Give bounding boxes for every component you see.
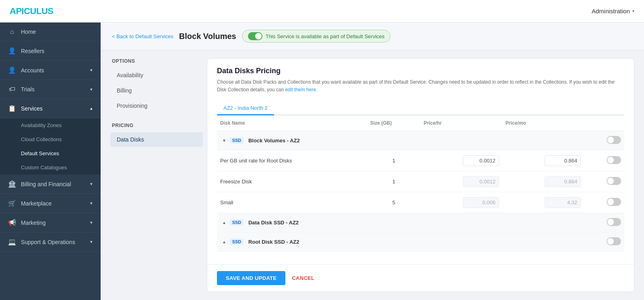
chevron-down-icon: ▾ xyxy=(90,68,93,73)
admin-menu[interactable]: Administration ▾ xyxy=(592,8,634,14)
sidebar-item-marketing[interactable]: 📢 Marketing ▾ xyxy=(0,213,101,232)
sidebar-item-home[interactable]: ⌂ Home xyxy=(0,23,101,41)
panel-item-availability[interactable]: Availability xyxy=(110,68,203,82)
sidebar-item-marketplace[interactable]: 🛒 Marketplace ▾ xyxy=(0,194,101,213)
sidebar-sub-availability-zones[interactable]: Availability Zones xyxy=(0,118,101,132)
sidebar-item-label: Services xyxy=(21,105,43,112)
sidebar-sub-cloud-collections[interactable]: Cloud Collections xyxy=(0,132,101,146)
badge-text: This Service is available as part of Def… xyxy=(266,33,385,39)
price-mo-input[interactable] xyxy=(545,155,581,166)
service-toggle[interactable] xyxy=(248,32,262,40)
row-toggle[interactable] xyxy=(607,198,621,206)
price-mo-cell xyxy=(502,192,584,213)
group-row-root-disk-ssd: ▲ SSD Root Disk SSD - AZ2 xyxy=(217,232,624,252)
sidebar-item-trials[interactable]: 🏷 Trials ▾ xyxy=(0,80,101,99)
main-card: Data Disks Pricing Choose all Data Disk … xyxy=(207,58,634,292)
collapse-icon[interactable]: ▼ xyxy=(220,137,228,145)
main-content: < Back to Default Services Block Volumes… xyxy=(101,23,644,300)
sidebar-item-label: Resellers xyxy=(21,48,44,54)
content-area: OPTIONS Availability Billing Provisionin… xyxy=(101,50,644,300)
sidebar-item-label: Billing and Financial xyxy=(21,181,71,187)
group-name: Block Volumes - AZ2 xyxy=(248,137,300,143)
marketplace-icon: 🛒 xyxy=(8,199,16,207)
price-mo-cell xyxy=(502,150,584,171)
group-row-block-volumes: ▼ SSD Block Volumes - AZ2 xyxy=(217,131,624,150)
services-icon: 📋 xyxy=(8,105,16,112)
cancel-button[interactable]: CANCEL xyxy=(292,275,314,281)
col-disk-name: Disk Name xyxy=(217,115,367,131)
disk-name-cell: Small xyxy=(217,192,367,213)
chevron-down-icon: ▾ xyxy=(90,87,93,92)
price-hr-input-disabled[interactable] xyxy=(463,176,499,187)
chevron-down-icon: ▾ xyxy=(90,201,93,206)
options-label: OPTIONS xyxy=(110,58,203,64)
chevron-up-icon: ▴ xyxy=(90,106,93,111)
panel-item-data-disks[interactable]: Data Disks xyxy=(110,132,203,147)
sidebar-item-support[interactable]: 💻 Support & Operations ▾ xyxy=(0,232,101,252)
col-price-mo: Price/mo xyxy=(502,115,584,131)
sidebar-item-label: Marketing xyxy=(21,220,45,226)
size-cell: 1 xyxy=(367,171,421,192)
sidebar-sub-custom-catalogues[interactable]: Custom Catalogues xyxy=(0,160,101,175)
collapse-icon[interactable]: ▲ xyxy=(220,238,228,246)
price-hr-cell xyxy=(421,192,502,213)
billing-icon: 🏦 xyxy=(8,180,16,188)
disk-table-wrap: Disk Name Size (GB) Price/hr Price/mo xyxy=(207,115,634,264)
sidebar-item-services[interactable]: 📋 Services ▴ xyxy=(0,99,101,118)
chevron-down-icon: ▾ xyxy=(90,239,93,245)
group-name: Data Disk SSD - AZ2 xyxy=(248,219,299,225)
marketing-icon: 📢 xyxy=(8,219,16,226)
row-toggle[interactable] xyxy=(607,177,621,185)
ssd-badge: SSD xyxy=(230,137,244,144)
sidebar-item-billing[interactable]: 🏦 Billing and Financial ▾ xyxy=(0,175,101,194)
resellers-icon: 👤 xyxy=(8,47,16,55)
card-description: Choose all Data Disk Packs and Collectio… xyxy=(217,78,624,94)
chevron-down-icon: ▾ xyxy=(90,220,93,225)
price-hr-cell xyxy=(421,150,502,171)
page-title: Block Volumes xyxy=(179,32,236,41)
sidebar-item-label: Support & Operations xyxy=(21,239,75,245)
group-name: Root Disk SSD - AZ2 xyxy=(248,238,299,245)
disk-table: Disk Name Size (GB) Price/hr Price/mo xyxy=(217,115,624,252)
col-price-hr: Price/hr xyxy=(421,115,502,131)
price-mo-input-disabled[interactable] xyxy=(545,197,581,208)
sidebar-item-label: Home xyxy=(21,29,36,35)
tab-az2-india-north[interactable]: AZ2 - India North 2 xyxy=(217,102,274,115)
sidebar-sub-default-services[interactable]: Default Services xyxy=(0,146,101,160)
sidebar-item-accounts[interactable]: 👤 Accounts ▾ xyxy=(0,61,101,80)
panel-item-provisioning[interactable]: Provisioning xyxy=(110,99,203,113)
tabs: AZ2 - India North 2 xyxy=(217,102,624,115)
support-icon: 💻 xyxy=(8,238,16,246)
options-section: OPTIONS Availability Billing Provisionin… xyxy=(110,58,203,113)
admin-label: Administration xyxy=(592,8,630,14)
chevron-down-icon: ▾ xyxy=(90,181,93,187)
row-toggle[interactable] xyxy=(607,156,621,164)
collapse-icon[interactable]: ▲ xyxy=(220,219,228,227)
disk-name-cell: Per GB unit rate for Root Disks xyxy=(217,150,367,171)
card-header: Data Disks Pricing Choose all Data Disk … xyxy=(207,59,634,98)
sidebar-item-label: Trials xyxy=(21,86,35,92)
edit-link[interactable]: edit them here. xyxy=(285,87,317,92)
trials-icon: 🏷 xyxy=(8,86,16,93)
group-toggle-block-volumes[interactable] xyxy=(607,136,621,144)
price-hr-input[interactable] xyxy=(463,155,499,166)
group-toggle-root-disk-ssd[interactable] xyxy=(607,237,621,245)
action-bar: SAVE AND UPDATE CANCEL xyxy=(207,264,634,292)
panel-item-billing[interactable]: Billing xyxy=(110,83,203,98)
back-link[interactable]: < Back to Default Services xyxy=(112,33,173,39)
save-update-button[interactable]: SAVE AND UPDATE xyxy=(217,271,285,285)
col-size-gb: Size (GB) xyxy=(367,115,421,131)
sidebar-item-label: Marketplace xyxy=(21,200,52,207)
accounts-icon: 👤 xyxy=(8,66,16,74)
sidebar-sub-services: Availability Zones Cloud Collections Def… xyxy=(0,118,101,175)
price-mo-input-disabled[interactable] xyxy=(545,176,581,187)
sidebar-item-resellers[interactable]: 👤 Resellers xyxy=(0,41,101,61)
group-toggle-data-disk-ssd[interactable] xyxy=(607,218,621,226)
app-header: APICULUS Administration ▾ xyxy=(0,0,644,23)
left-panel: OPTIONS Availability Billing Provisionin… xyxy=(110,58,203,292)
size-cell: 5 xyxy=(367,192,421,213)
price-hr-cell xyxy=(421,171,502,192)
price-hr-input-disabled[interactable] xyxy=(463,197,499,208)
service-availability-badge: This Service is available as part of Def… xyxy=(242,30,391,43)
sidebar-item-label: Accounts xyxy=(21,67,44,74)
